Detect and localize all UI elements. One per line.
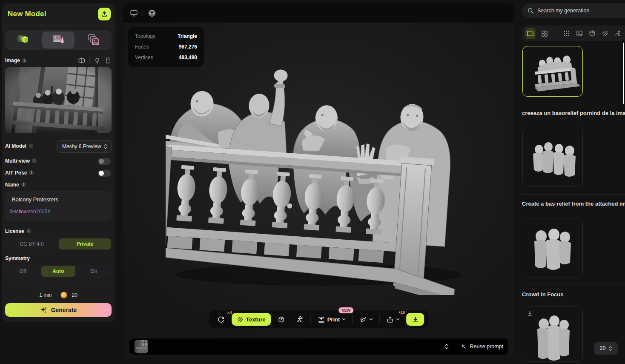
name-row: Name	[5, 182, 26, 188]
dots-grid-icon	[563, 30, 570, 37]
symmetry-option-auto[interactable]: Auto	[41, 266, 75, 277]
info-icon[interactable]	[32, 158, 37, 163]
share-bonus: +10	[398, 310, 405, 315]
tab-multi-image-to-3d[interactable]	[78, 32, 110, 49]
page-size-value: 20	[600, 345, 606, 351]
3d-model-render[interactable]	[166, 57, 470, 295]
filter-folder-tab[interactable]	[525, 28, 536, 39]
generation-item-label[interactable]: Crowd in Focus	[522, 291, 625, 298]
generation-item[interactable]	[523, 218, 583, 278]
generation-item-selected[interactable]	[522, 46, 583, 97]
arrow-up-left-icon	[461, 344, 467, 350]
retexture-button[interactable]: x4	[213, 313, 229, 326]
image-to-3d-icon	[51, 34, 66, 46]
runner-icon	[614, 30, 621, 37]
scrollbar-thumb[interactable]	[623, 43, 624, 104]
multiview-toggle[interactable]	[98, 158, 111, 165]
remesh-button[interactable]	[274, 313, 289, 326]
tab-text-to-3d[interactable]: T	[7, 32, 39, 49]
license-label: License	[5, 228, 24, 234]
info-icon[interactable]	[21, 182, 26, 187]
guide-book-icon[interactable]	[105, 57, 112, 64]
folder-icon	[527, 30, 534, 37]
new-model-panel: New Model T	[2, 3, 115, 322]
filter-grid-tab[interactable]	[541, 29, 548, 38]
atpose-toggle[interactable]	[98, 170, 111, 177]
lightbulb-icon[interactable]	[94, 57, 101, 64]
info-icon[interactable]	[29, 143, 33, 148]
sparkles-icon	[40, 306, 48, 314]
filter-animation-tab[interactable]	[614, 29, 622, 38]
display-mode-icon[interactable]	[130, 9, 138, 17]
name-input[interactable]: Balcony Protesters #Halloween2025#	[5, 191, 112, 221]
info-icon[interactable]	[26, 229, 31, 233]
time-estimate: 1 min	[39, 292, 52, 298]
image-label: Image	[5, 57, 20, 63]
name-hashtag: #Halloween2025#	[9, 209, 50, 215]
print-button[interactable]: Print NEW	[314, 313, 350, 326]
text-to-3d-icon: T	[16, 34, 30, 46]
compare-icon[interactable]	[78, 57, 86, 64]
airbrush-icon	[359, 315, 367, 324]
generate-button[interactable]: Generate	[5, 303, 112, 317]
ai-model-value: Meshy 6 Preview	[62, 143, 101, 149]
generation-item-label[interactable]: Create a bas-relief from the attached im…	[522, 201, 625, 207]
reuse-prompt-button[interactable]: Reuse prompt	[461, 344, 503, 350]
model-viewport[interactable]: TopologyTriangle Faces967,276 Vertices48…	[123, 3, 514, 358]
share-button[interactable]: +10	[383, 313, 403, 326]
hatch-icon	[602, 30, 608, 37]
stat-value: Triangle	[178, 33, 197, 39]
generation-item[interactable]	[523, 307, 583, 362]
license-option-ccby[interactable]: CC BY 4.0	[6, 238, 57, 249]
prompt-bar: Reuse prompt	[129, 338, 508, 355]
divider	[522, 284, 625, 284]
filter-image-tab[interactable]	[576, 29, 583, 38]
image-icon	[576, 30, 583, 37]
upload-button[interactable]	[98, 8, 111, 20]
filter-model-tab[interactable]	[588, 29, 596, 38]
filter-all-tab[interactable]	[563, 29, 570, 38]
expand-collapse-icon[interactable]	[444, 343, 449, 350]
retexture-count: x4	[227, 310, 232, 315]
license-option-private[interactable]: Private	[59, 238, 111, 249]
symmetry-option-off[interactable]: Off	[6, 266, 40, 277]
3d-print-icon	[317, 315, 325, 324]
divider	[455, 343, 455, 350]
download-button[interactable]	[406, 313, 424, 326]
search-icon	[527, 7, 534, 14]
thumbnail-download-icon[interactable]	[527, 310, 533, 318]
remesh-cube-icon	[277, 315, 285, 324]
paint-tools-button[interactable]	[356, 313, 376, 326]
rig-button[interactable]	[292, 313, 307, 326]
generation-thumb-busts-row	[523, 127, 582, 186]
atpose-row: A/T Pose	[5, 170, 34, 176]
search-bar	[522, 3, 625, 18]
stat-label: Vertices	[135, 54, 153, 60]
symmetry-row: Symmetry	[5, 255, 30, 261]
wireframe-icon[interactable]	[148, 9, 156, 17]
ai-model-select[interactable]: Meshy 6 Preview	[57, 140, 112, 153]
rig-animate-icon	[295, 315, 304, 324]
chevron-updown-icon	[608, 346, 612, 351]
chevron-down-icon	[342, 318, 346, 321]
cube-icon	[589, 30, 596, 37]
filter-texture-tab[interactable]	[601, 29, 608, 38]
search-input[interactable]	[537, 8, 614, 14]
chevron-updown-icon	[103, 143, 108, 149]
symmetry-option-on[interactable]: On	[77, 266, 111, 277]
info-icon[interactable]	[22, 58, 27, 63]
info-icon[interactable]	[29, 170, 34, 175]
generation-item-label[interactable]: creeaza un basorelief pornind de la imag…	[522, 110, 625, 116]
tab-image-to-3d[interactable]	[42, 32, 74, 49]
prompt-image-thumbnail[interactable]	[135, 340, 148, 353]
generation-item[interactable]	[522, 127, 583, 186]
model-toolbar: x4 Texture Print NEW	[209, 310, 429, 328]
reuse-prompt-label: Reuse prompt	[470, 344, 503, 350]
reference-image-thumbnail[interactable]	[5, 67, 112, 133]
page-size-stepper[interactable]: 20	[594, 342, 618, 355]
stat-label: Faces	[135, 44, 149, 50]
divider	[522, 105, 625, 105]
texture-button[interactable]: Texture	[232, 313, 271, 326]
grid-2x2-icon	[541, 30, 548, 37]
multiview-label: Multi-view	[5, 158, 30, 164]
